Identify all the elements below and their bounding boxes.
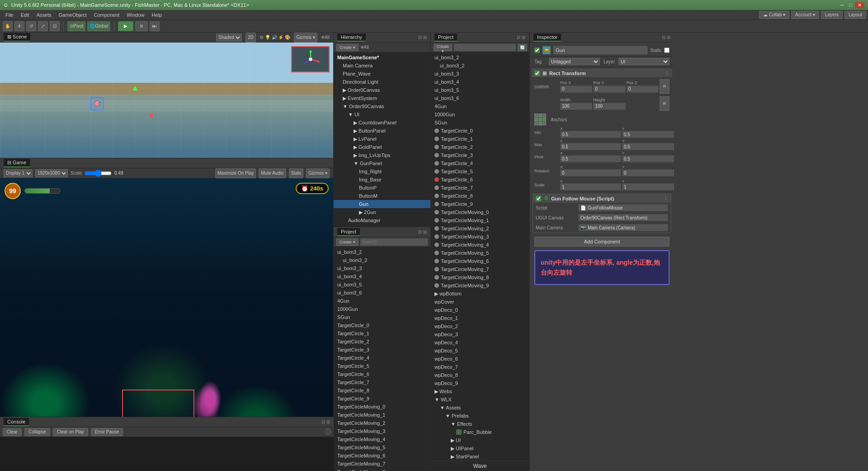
menu-assets[interactable]: Assets: [33, 11, 55, 19]
project-item-4[interactable]: ui_bom3_5: [334, 281, 430, 289]
rect-transform-header[interactable]: ⊞ Rect Transform ⋮: [532, 69, 672, 78]
script-active-checkbox[interactable]: [536, 196, 541, 201]
min-x-input[interactable]: [560, 131, 621, 138]
asset-item-21[interactable]: TargetCircleMoving_2: [431, 224, 529, 233]
hierarchy-item-9[interactable]: ▶ ButtonPanel: [334, 127, 430, 135]
minimize-btn[interactable]: ─: [838, 2, 847, 8]
asset-item-46[interactable]: Parc_Bubble: [431, 428, 529, 436]
menu-edit[interactable]: Edit: [17, 11, 33, 19]
project-item-16[interactable]: TargetCircle_7: [334, 378, 430, 386]
pivot-x-input[interactable]: [560, 155, 621, 162]
console-tab[interactable]: Console: [4, 418, 29, 426]
hierarchy-item-16[interactable]: ButtonP: [334, 184, 430, 192]
project-search-input[interactable]: [360, 238, 428, 246]
asset-item-9[interactable]: TargetCircle_0: [431, 127, 529, 135]
hierarchy-item-0[interactable]: MainGameScene*: [334, 53, 430, 62]
asset-item-48[interactable]: ▶ UIPanel: [431, 444, 529, 452]
hierarchy-item-1[interactable]: Main Camera: [334, 62, 430, 70]
asset-item-27[interactable]: TargetCircleMoving_8: [431, 273, 529, 281]
hierarchy-item-3[interactable]: Directional Light: [334, 78, 430, 86]
width-input[interactable]: [560, 103, 592, 110]
asset-item-14[interactable]: TargetCircle_5: [431, 167, 529, 176]
project-item-10[interactable]: TargetCircle_1: [334, 329, 430, 338]
layout-button[interactable]: Layout: [844, 11, 866, 19]
main-camera-value-display[interactable]: 📷 Main Camera (Camera): [578, 224, 668, 231]
hierarchy-item-5[interactable]: ▶ EventSystem: [334, 94, 430, 102]
hierarchy-item-18[interactable]: Gun: [334, 200, 430, 208]
project-item-5[interactable]: ui_bom3_6: [334, 289, 430, 297]
pos-y-input[interactable]: [593, 86, 625, 93]
hand-tool[interactable]: ✋: [3, 21, 13, 31]
project-item-21[interactable]: TargetCircleMoving_2: [334, 419, 430, 427]
asset-item-26[interactable]: TargetCircleMoving_7: [431, 265, 529, 273]
hierarchy-item-10[interactable]: ▶ LvPanel: [334, 135, 430, 143]
rect-r-btn[interactable]: R: [660, 79, 670, 94]
hierarchy-item-2[interactable]: Plane_Wave: [334, 70, 430, 78]
asset-item-39[interactable]: wpDeco_8: [431, 371, 529, 379]
collab-button[interactable]: ☁ Collab ▾: [759, 11, 789, 19]
project-item-25[interactable]: TargetCircleMoving_6: [334, 452, 430, 460]
project-item-27[interactable]: TargetCircleMoving_8: [334, 468, 430, 471]
inspector-tab[interactable]: Inspector: [533, 33, 561, 42]
menu-file[interactable]: File: [2, 11, 17, 19]
project-tab[interactable]: Project: [337, 228, 360, 236]
stats-btn[interactable]: Stats: [289, 168, 304, 178]
layer-dropdown[interactable]: UI: [618, 58, 670, 65]
scale-tool[interactable]: ⤢: [38, 21, 48, 31]
scale-y-input[interactable]: [622, 183, 674, 190]
asset-item-3[interactable]: ui_bom3_4: [431, 78, 529, 86]
asset-item-38[interactable]: wpDeco_7: [431, 363, 529, 371]
hierarchy-item-17[interactable]: ButtonM: [334, 192, 430, 200]
asset-item-6[interactable]: 4Gun: [431, 102, 529, 110]
asset-item-29[interactable]: ▶ wpBottom: [431, 290, 529, 298]
play-btn[interactable]: ▶: [118, 21, 133, 31]
rect-tool[interactable]: ⊡: [50, 21, 60, 31]
asset-item-45[interactable]: ▼ Effects: [431, 420, 529, 428]
gizmos-btn-scene[interactable]: Gizmos ▾: [294, 33, 317, 43]
hierarchy-item-19[interactable]: ▶ 2Gun: [334, 208, 430, 216]
asset-item-34[interactable]: wpDeco_3: [431, 330, 529, 338]
object-name-input[interactable]: [553, 46, 647, 54]
resolution-select[interactable]: 1920x1080: [35, 169, 68, 177]
pivot-y-input[interactable]: [622, 155, 674, 162]
asset-item-22[interactable]: TargetCircleMoving_3: [431, 233, 529, 241]
clear-btn[interactable]: Clear: [3, 428, 22, 436]
asset-item-41[interactable]: ▶ Webs: [431, 387, 529, 395]
rect-transform-menu[interactable]: ⋮: [665, 71, 670, 76]
scene-object-gun[interactable]: 🎯: [90, 97, 104, 110]
asset-item-35[interactable]: wpDeco_4: [431, 338, 529, 347]
asset-item-40[interactable]: wpDeco_9: [431, 379, 529, 387]
asset-item-33[interactable]: wpDeco_2: [431, 322, 529, 330]
asset-item-2[interactable]: ui_bom3_3: [431, 70, 529, 78]
asset-item-25[interactable]: TargetCircleMoving_6: [431, 257, 529, 265]
menu-help[interactable]: Help: [148, 11, 165, 19]
project-item-13[interactable]: TargetCircle_4: [334, 354, 430, 362]
asset-item-4[interactable]: ui_bom3_5: [431, 86, 529, 94]
ugui-value-display[interactable]: Order90Canvas (Rect Transform): [578, 214, 668, 221]
project-item-22[interactable]: TargetCircleMoving_3: [334, 427, 430, 435]
pos-x-input[interactable]: [560, 86, 592, 93]
mute-btn[interactable]: Mute Audio: [259, 168, 286, 178]
collapse-btn[interactable]: Collapse: [24, 428, 50, 436]
hierarchy-item-6[interactable]: ▼ Order90Canvas: [334, 102, 430, 110]
min-y-input[interactable]: [622, 131, 674, 138]
project-item-19[interactable]: TargetCircleMoving_0: [334, 403, 430, 411]
script-menu-icon[interactable]: ⋮: [663, 195, 668, 201]
rect-r-btn2[interactable]: R: [660, 96, 670, 111]
max-y-input[interactable]: [622, 143, 674, 150]
rotate-tool[interactable]: ↺: [26, 21, 36, 31]
asset-item-31[interactable]: wpDeco_0: [431, 306, 529, 314]
anchor-widget[interactable]: [534, 114, 546, 125]
project-item-15[interactable]: TargetCircle_6: [334, 370, 430, 378]
project-item-23[interactable]: TargetCircleMoving_4: [334, 435, 430, 443]
project-item-7[interactable]: 1000Gun: [334, 305, 430, 313]
scale-slider[interactable]: [85, 171, 112, 176]
script-header[interactable]: ⚙ Gun Follow Mouse (Script) ⋮: [533, 194, 671, 203]
asset-item-1[interactable]: ui_bom3_2: [431, 62, 529, 70]
step-btn[interactable]: ⏭: [150, 21, 160, 31]
shading-dropdown[interactable]: Shaded: [216, 33, 242, 42]
hierarchy-item-14[interactable]: Img_Right: [334, 167, 430, 176]
scale-x-input[interactable]: [560, 183, 621, 190]
hierarchy-item-4[interactable]: ▶ Order0Canvas: [334, 86, 430, 94]
asset-item-5[interactable]: ui_bom3_6: [431, 94, 529, 102]
